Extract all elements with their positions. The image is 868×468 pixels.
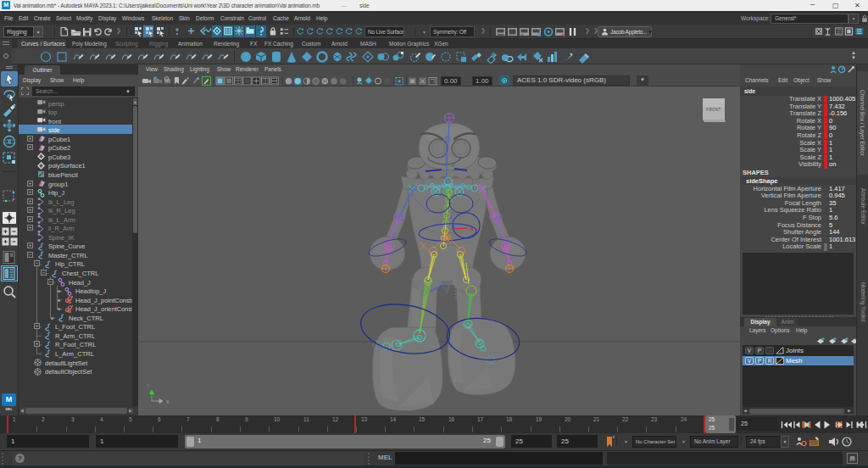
svg-text:Z: Z [442, 284, 446, 289]
svg-text:X: X [470, 226, 474, 231]
svg-text:Y: Y [419, 288, 422, 293]
svg-text:FRONT: FRONT [706, 108, 721, 112]
svg-text:X: X [166, 399, 170, 404]
svg-text:Y: Y [147, 383, 150, 388]
